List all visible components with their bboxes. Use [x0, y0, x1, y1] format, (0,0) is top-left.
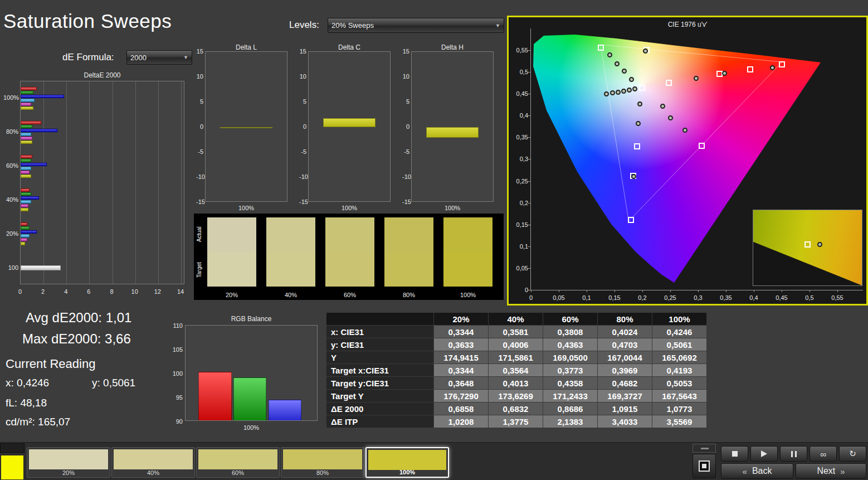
x-value: 0,4246 — [17, 377, 49, 389]
axis-tick-label: 0,4 — [510, 111, 528, 119]
cie-measured-marker — [643, 49, 648, 54]
deltae-bar — [21, 196, 39, 200]
transport-continuous-button[interactable]: ∞ — [810, 446, 837, 462]
cie-target-marker — [747, 66, 753, 72]
options-icon — [701, 448, 709, 449]
axis-tick — [615, 290, 615, 292]
deltae-bar — [21, 125, 32, 128]
axis-tick-label: 0 — [196, 123, 203, 130]
axis-tick-label: 5 — [299, 98, 306, 105]
back-button[interactable]: « Back — [721, 463, 793, 479]
table-cell: 0,4246 — [652, 326, 707, 338]
next-chevron-icon: » — [840, 467, 845, 476]
patch-color — [368, 450, 446, 470]
levels-dropdown[interactable]: 20% Sweeps ▼ — [328, 18, 504, 33]
grid-line — [66, 81, 67, 284]
current-patch-swatch — [1, 455, 23, 479]
rgb-balance-title: RGB Balance — [185, 315, 318, 323]
delta-c-plot — [308, 51, 391, 202]
patch-color — [283, 449, 362, 469]
axis-tick-label: -15 — [196, 198, 203, 206]
swatch-item-20%: 20% — [207, 217, 256, 287]
table-cell: 1,3775 — [489, 415, 543, 428]
current-reading-cdm2: cd/m²: 165,07 — [6, 416, 70, 428]
patch-button-60%[interactable]: 60% — [196, 447, 280, 478]
table-cell: 0,3808 — [543, 326, 598, 338]
axis-tick-label: 10 — [402, 72, 409, 80]
fl-value: 48,18 — [20, 397, 47, 409]
table-column-header: 100% — [652, 313, 707, 326]
table-cell: 165,0692 — [652, 351, 707, 364]
y-label: y: — [92, 377, 100, 389]
delta-h-x-label: 100% — [411, 204, 494, 212]
table-cell: 167,0044 — [598, 351, 652, 364]
patch-color — [198, 449, 277, 469]
table-row-label: x: CIE31 — [326, 326, 434, 338]
axis-tick-label: 0,15 — [510, 221, 528, 229]
deltae-bar — [21, 155, 32, 158]
swatch-row-label-target: Target — [196, 254, 204, 286]
cie-inset-out-of-gamut-region — [753, 210, 862, 285]
de-formula-dropdown[interactable]: 2000 ▼ — [126, 50, 192, 65]
next-button[interactable]: Next » — [796, 463, 866, 479]
transport-stop-button[interactable] — [721, 446, 748, 462]
app-window: Saturation Sweeps Levels: 20% Sweeps ▼ d… — [0, 0, 868, 480]
delta-c-chart-title: Delta C — [308, 43, 391, 51]
axis-tick-label: 0,45 — [510, 90, 528, 98]
rgb-bar-red — [198, 372, 232, 421]
patch-button-40%[interactable]: 40% — [111, 447, 195, 478]
table-column-header: 40% — [489, 313, 543, 326]
axis-tick — [528, 50, 530, 51]
axis-tick-label: 0 — [402, 123, 409, 130]
axis-tick — [810, 290, 810, 292]
axis-tick-label: 8 — [106, 288, 118, 295]
table-cell: 0,4024 — [598, 326, 652, 338]
axis-tick-label: 4 — [60, 288, 71, 295]
table-cell: 0,3564 — [489, 364, 543, 377]
deltae-bar — [21, 171, 30, 174]
patch-window-toggle-button[interactable] — [693, 454, 716, 478]
max-de2000-stat: Max dE2000: 3,66 — [22, 331, 131, 347]
stop-icon — [732, 451, 738, 457]
table-cell: 2,1383 — [543, 415, 598, 428]
cie-target-marker — [779, 61, 785, 67]
deltae-bar — [21, 106, 33, 110]
axis-tick-label: 5 — [196, 98, 203, 105]
axis-tick-label: 6 — [83, 288, 94, 295]
axis-tick-label: 60% — [3, 162, 18, 169]
deltae2000-plot — [20, 81, 184, 284]
patch-button-80%[interactable]: 80% — [281, 447, 364, 478]
cie-measured-marker — [607, 52, 612, 57]
chevron-down-icon: ▼ — [179, 55, 188, 60]
table-cell: 0,4006 — [489, 338, 543, 351]
swatch-item-60%: 60% — [325, 217, 374, 287]
max-de2000-label: Max dE2000: — [22, 331, 101, 346]
axis-tick-label: 100 — [3, 264, 18, 271]
table-cell: 3,5569 — [652, 415, 707, 428]
patch-color — [29, 449, 108, 469]
grid-line — [158, 81, 159, 284]
table-cell: 0,4358 — [543, 377, 598, 390]
table-row: Target Y176,7290173,6269171,2433169,3727… — [326, 390, 707, 403]
patch-button-20%[interactable]: 20% — [27, 447, 110, 478]
swatch-actual — [207, 217, 256, 252]
table-header-row: 20%40%60%80%100% — [326, 313, 707, 326]
patch-panel-handle[interactable] — [0, 443, 25, 453]
table-row: Y174,9415171,5861169,0500167,0044165,069… — [326, 351, 707, 364]
axis-tick-label: 0,5 — [801, 294, 818, 302]
transport-loop-button[interactable]: ↻ — [839, 446, 866, 462]
patch-window-icon — [699, 460, 710, 472]
transport-play-button[interactable] — [750, 446, 778, 462]
table-row: Target y:CIE310,36480,40130,43580,46820,… — [326, 377, 707, 390]
x-label: x: — [6, 377, 14, 389]
current-reading-title: Current Reading — [6, 357, 95, 371]
axis-tick — [528, 137, 530, 138]
fl-label: fL: — [6, 397, 17, 409]
patch-button-100%[interactable]: 100% — [365, 447, 449, 478]
transport-pause-button[interactable] — [780, 446, 807, 462]
next-button-label: Next — [817, 466, 835, 476]
patch-window-options-button[interactable] — [693, 444, 716, 453]
deltae-bar — [21, 159, 31, 162]
table-cell: 1,0773 — [652, 403, 707, 415]
table-cell: 0,3581 — [489, 326, 543, 338]
